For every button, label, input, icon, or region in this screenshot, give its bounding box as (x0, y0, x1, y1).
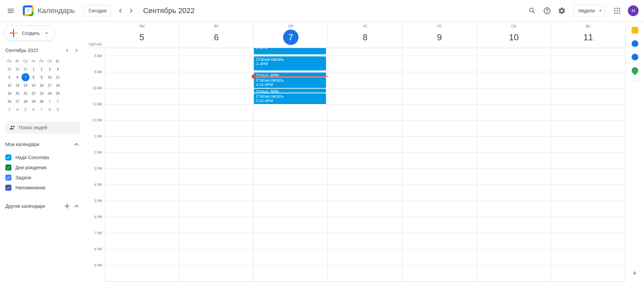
mini-day[interactable]: 28 (21, 97, 30, 105)
day-number[interactable]: 8 (357, 30, 373, 45)
day-number[interactable]: 5 (134, 30, 150, 45)
calendar-checkbox[interactable] (5, 175, 11, 181)
get-addons-button[interactable]: + (632, 270, 638, 277)
mini-day[interactable]: 22 (30, 89, 38, 97)
day-column[interactable] (105, 48, 179, 282)
mini-day[interactable]: 8 (30, 73, 38, 81)
mini-day[interactable]: 25 (54, 89, 62, 97)
mini-day[interactable]: 18 (54, 81, 62, 89)
calendar-item[interactable]: Дни рождения (5, 162, 80, 173)
day-column[interactable] (179, 48, 254, 282)
mini-day[interactable]: 8 (46, 105, 54, 113)
dow-label: ВТ (179, 24, 254, 28)
gear-icon (558, 7, 566, 15)
mini-day[interactable]: 16 (38, 81, 46, 89)
mini-day[interactable]: 2 (54, 97, 62, 105)
calendar-checkbox[interactable] (5, 185, 11, 191)
event[interactable]: Созвон2–3PM (254, 48, 326, 55)
mini-day[interactable]: 11 (54, 73, 62, 81)
mini-prev-month[interactable] (63, 46, 71, 54)
mini-day[interactable]: 29 (5, 65, 13, 73)
mini-day[interactable]: 3 (5, 105, 13, 113)
mini-day[interactable]: 17 (46, 81, 54, 89)
view-selector[interactable]: Неделя (574, 5, 605, 17)
day-column[interactable] (551, 48, 625, 282)
mini-day[interactable]: 30 (13, 65, 21, 73)
mini-day[interactable]: 15 (30, 81, 38, 89)
timezone-label: GMT+03 (86, 21, 105, 48)
mini-day[interactable]: 27 (13, 97, 21, 105)
mini-day[interactable]: 30 (38, 97, 46, 105)
event[interactable]: Отдых, 5PM (254, 88, 326, 93)
search-button[interactable] (526, 4, 539, 17)
event[interactable]: Статью писать4:15–5PM (254, 77, 326, 88)
main-menu-button[interactable] (3, 3, 19, 19)
mini-day[interactable]: 12 (5, 81, 13, 89)
my-calendars-toggle[interactable]: Мои календари (5, 139, 80, 150)
maps-icon[interactable] (630, 66, 639, 75)
mini-day[interactable]: 13 (13, 81, 21, 89)
event[interactable]: Статью писать3–4PM (254, 56, 326, 71)
mini-day[interactable]: 4 (13, 105, 21, 113)
mini-day[interactable]: 7 (38, 105, 46, 113)
day-number[interactable]: 9 (432, 30, 447, 45)
mini-day[interactable]: 2 (38, 65, 46, 73)
calendar-item[interactable]: Надя Соколова (5, 152, 80, 162)
mini-day[interactable]: 20 (13, 89, 21, 97)
mini-day[interactable]: 6 (30, 105, 38, 113)
dow-label: ВС (551, 24, 625, 28)
mini-day[interactable]: 9 (38, 73, 46, 81)
day-column[interactable] (477, 48, 551, 282)
mini-day[interactable]: 31 (21, 65, 30, 73)
time-label: 3 PM (94, 167, 102, 171)
calendar-item[interactable]: Напоминания (5, 183, 80, 193)
mini-day[interactable]: 23 (38, 89, 46, 97)
help-button[interactable] (540, 4, 554, 17)
tasks-icon[interactable] (632, 40, 638, 47)
event[interactable]: Статью писать5:15–6PM (254, 93, 326, 104)
day-header: ЧТ8 (328, 21, 402, 48)
day-column[interactable] (328, 48, 402, 282)
logo[interactable]: 7 Календарь (21, 4, 75, 17)
calendar-checkbox[interactable] (5, 154, 11, 160)
mini-day[interactable]: 3 (46, 65, 54, 73)
mini-day[interactable]: 21 (21, 89, 30, 97)
search-people-input[interactable]: Поиск людей (5, 122, 80, 134)
today-button[interactable]: Сегодня (84, 5, 111, 16)
mini-day[interactable]: 19 (5, 89, 13, 97)
calendar-checkbox[interactable] (5, 164, 11, 171)
mini-day[interactable]: 6 (13, 73, 21, 81)
day-number[interactable]: 11 (581, 30, 596, 45)
day-number[interactable]: 10 (506, 30, 522, 45)
mini-day[interactable]: 5 (21, 105, 30, 113)
day-number[interactable]: 6 (209, 30, 224, 45)
mini-day[interactable]: 1 (30, 65, 38, 73)
mini-day[interactable]: 29 (30, 97, 38, 105)
mini-day[interactable]: 7 (21, 73, 30, 81)
other-calendars-toggle[interactable]: Другие календари (5, 201, 80, 211)
keep-icon[interactable] (632, 27, 638, 34)
mini-day[interactable]: 1 (46, 97, 54, 105)
add-icon[interactable] (63, 202, 71, 210)
mini-day[interactable]: 14 (21, 81, 30, 89)
day-column[interactable]: Статью писать, 10:30AMФайл сделать11AM–1… (253, 48, 328, 282)
mini-day[interactable]: 10 (46, 73, 54, 81)
prev-week-button[interactable] (115, 5, 126, 16)
mini-day[interactable]: 24 (46, 89, 54, 97)
day-number[interactable]: 7 (283, 30, 299, 45)
contacts-icon[interactable] (632, 54, 638, 60)
mini-next-month[interactable] (72, 46, 80, 54)
mini-day[interactable]: 26 (5, 97, 13, 105)
day-header: СР7 (253, 21, 328, 48)
settings-button[interactable] (555, 4, 569, 17)
create-button[interactable]: Создать (4, 26, 55, 41)
time-label: 9 PM (94, 264, 102, 267)
day-column[interactable] (402, 48, 477, 282)
account-avatar[interactable]: Н (628, 5, 639, 16)
mini-day[interactable]: 9 (54, 105, 62, 113)
google-apps-button[interactable] (610, 4, 624, 17)
mini-day[interactable]: 5 (5, 73, 13, 81)
next-week-button[interactable] (126, 5, 137, 16)
calendar-item[interactable]: Задачи (5, 173, 80, 183)
mini-day[interactable]: 4 (54, 65, 62, 73)
